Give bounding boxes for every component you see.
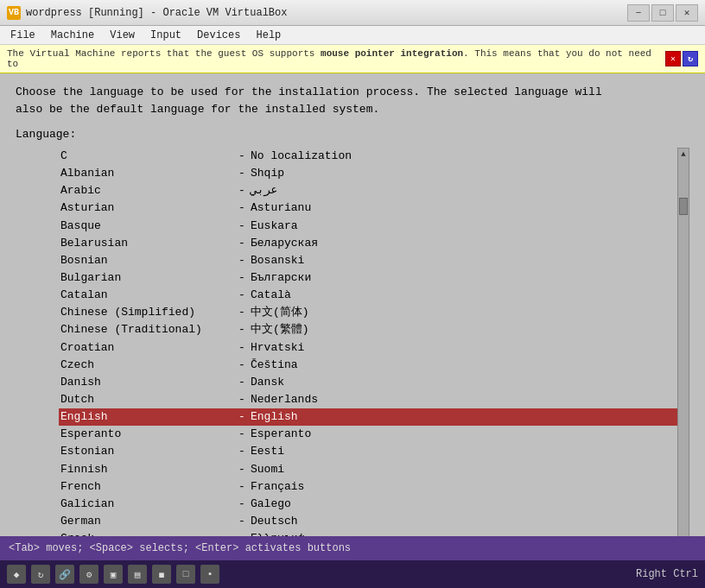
scroll-handle[interactable]	[679, 198, 688, 215]
menu-input[interactable]: Input	[143, 28, 188, 43]
maximize-button[interactable]: □	[651, 4, 674, 22]
language-name: Arabic	[60, 182, 233, 199]
language-item[interactable]: Estonian-Eesti	[59, 443, 677, 460]
language-dash: -	[233, 199, 251, 217]
taskbar-icon-6[interactable]: ▤	[128, 565, 147, 584]
language-translation: 中文(简体)	[251, 304, 309, 321]
language-translation: Euskara	[251, 218, 298, 235]
language-name: English	[60, 408, 233, 426]
language-dash: -	[233, 182, 251, 199]
language-translation: Deutsch	[251, 513, 298, 530]
taskbar-icon-5[interactable]: ▣	[104, 565, 123, 584]
vm-area: Choose the language to be used for the i…	[0, 73, 705, 579]
taskbar-icon-2[interactable]: ↻	[31, 565, 50, 584]
language-name: Estonian	[60, 443, 233, 460]
taskbar-icon-3[interactable]: 🔗	[55, 565, 74, 584]
language-translation: Esperanto	[251, 426, 311, 443]
menu-help[interactable]: Help	[249, 28, 288, 43]
language-dash: -	[233, 426, 251, 443]
notification-close-button[interactable]: ✕	[665, 51, 681, 66]
language-item[interactable]: Esperanto-Esperanto	[59, 426, 677, 443]
language-name: Basque	[60, 218, 233, 235]
language-translation: Bosanski	[251, 252, 304, 269]
language-translation: عربي	[251, 182, 277, 199]
title-bar-controls: − □ ✕	[627, 4, 698, 22]
language-item[interactable]: Bulgarian-Български	[59, 269, 677, 287]
language-translation: Hrvatski	[251, 339, 304, 357]
language-translation: English	[251, 408, 298, 426]
minimize-button[interactable]: −	[627, 4, 650, 22]
language-item[interactable]: French-Français	[59, 478, 677, 496]
language-translation: Shqip	[251, 165, 284, 182]
taskbar-icon-4[interactable]: ⚙	[79, 565, 98, 584]
language-dash: -	[233, 148, 251, 165]
language-item[interactable]: Bosnian-Bosanski	[59, 252, 677, 269]
language-item[interactable]: Dutch-Nederlands	[59, 391, 677, 408]
language-name: C	[60, 148, 233, 165]
language-name: Belarusian	[60, 235, 233, 252]
language-translation: Čeština	[251, 357, 298, 374]
language-item[interactable]: Belarusian-Беларуская	[59, 235, 677, 252]
notification-info-button[interactable]: ↻	[683, 51, 698, 66]
language-dash: -	[233, 304, 251, 321]
language-item[interactable]: Galician-Galego	[59, 496, 677, 513]
language-name: Esperanto	[60, 426, 233, 443]
close-button[interactable]: ✕	[676, 4, 698, 22]
language-item[interactable]: Arabic-عربي	[59, 182, 677, 199]
language-name: Finnish	[60, 461, 233, 478]
menu-file[interactable]: File	[3, 28, 42, 43]
notification-bar: The Virtual Machine reports that the gue…	[0, 45, 705, 73]
language-item[interactable]: Croatian-Hrvatski	[59, 339, 677, 357]
language-item[interactable]: Catalan-Català	[59, 287, 677, 304]
menu-machine[interactable]: Machine	[44, 28, 101, 43]
language-item[interactable]: C-No localization	[59, 148, 677, 165]
language-item[interactable]: Finnish-Suomi	[59, 461, 677, 478]
language-dash: -	[233, 408, 251, 426]
language-item[interactable]: Danish-Dansk	[59, 374, 677, 391]
language-dash: -	[233, 252, 251, 269]
taskbar-right: Right Ctrl	[636, 568, 698, 580]
language-item[interactable]: Chinese (Simplified)-中文(简体)	[59, 304, 677, 321]
scrollbar[interactable]: ▲ ▼	[677, 148, 689, 547]
window-title: wordpress [Running] - Oracle VM VirtualB…	[26, 7, 287, 19]
language-dash: -	[233, 496, 251, 513]
language-list[interactable]: C-No localizationAlbanian-ShqipArabic-عر…	[59, 148, 677, 547]
language-translation: Català	[251, 287, 291, 304]
taskbar: ◆ ↻ 🔗 ⚙ ▣ ▤ ◼ □ ▪ Right Ctrl	[0, 560, 705, 588]
language-item[interactable]: Asturian-Asturianu	[59, 199, 677, 217]
taskbar-icon-7[interactable]: ◼	[152, 565, 171, 584]
main-content: Choose the language to be used for the i…	[7, 77, 698, 575]
language-translation: 中文(繁體)	[251, 321, 309, 338]
language-name: Bulgarian	[60, 269, 233, 287]
language-name: Danish	[60, 374, 233, 391]
language-dash: -	[233, 357, 251, 374]
menu-view[interactable]: View	[103, 28, 142, 43]
language-item[interactable]: Albanian-Shqip	[59, 165, 677, 182]
language-list-scroll-area[interactable]: C-No localizationAlbanian-ShqipArabic-عر…	[59, 148, 677, 547]
taskbar-icon-9[interactable]: ▪	[200, 565, 219, 584]
language-name: Chinese (Simplified)	[60, 304, 233, 321]
scroll-track[interactable]	[678, 161, 689, 534]
notification-text: The Virtual Machine reports that the gue…	[7, 48, 665, 69]
virtualbox-icon: VB	[7, 6, 21, 20]
language-item[interactable]: Chinese (Traditional)-中文(繁體)	[59, 321, 677, 338]
menu-bar: File Machine View Input Devices Help	[0, 26, 705, 45]
language-item[interactable]: Basque-Euskara	[59, 218, 677, 235]
language-name: Asturian	[60, 199, 233, 217]
language-item[interactable]: Czech-Čeština	[59, 357, 677, 374]
title-bar: VB wordpress [Running] - Oracle VM Virtu…	[0, 0, 705, 26]
scroll-up-arrow[interactable]: ▲	[681, 150, 685, 159]
menu-devices[interactable]: Devices	[190, 28, 247, 43]
language-dash: -	[233, 165, 251, 182]
language-list-wrapper: C-No localizationAlbanian-ShqipArabic-عر…	[59, 148, 689, 547]
taskbar-icon-8[interactable]: □	[176, 565, 195, 584]
language-label: Language:	[16, 128, 689, 141]
title-bar-left: VB wordpress [Running] - Oracle VM Virtu…	[7, 6, 287, 20]
language-name: Chinese (Traditional)	[60, 321, 233, 338]
language-dash: -	[233, 443, 251, 460]
language-name: Catalan	[60, 287, 233, 304]
language-item[interactable]: German-Deutsch	[59, 513, 677, 530]
language-translation: Български	[251, 269, 311, 287]
taskbar-icon-1[interactable]: ◆	[7, 565, 26, 584]
language-item[interactable]: English-English	[59, 408, 677, 426]
